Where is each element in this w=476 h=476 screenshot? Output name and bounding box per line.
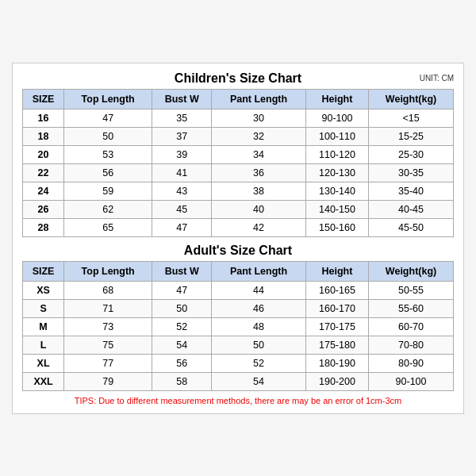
table-cell: 44 (212, 281, 306, 299)
table-cell: 40-45 (369, 200, 454, 218)
table-cell: 26 (23, 200, 64, 218)
table-cell: 45 (152, 200, 212, 218)
table-cell: 59 (64, 182, 152, 200)
col-header-height: Height (305, 89, 368, 109)
table-cell: 34 (212, 145, 306, 163)
table-cell: 16 (23, 109, 64, 127)
table-cell: 43 (152, 182, 212, 200)
table-cell: 41 (152, 163, 212, 182)
table-cell: 56 (64, 163, 152, 182)
table-row: XS684744160-16550-55 (23, 281, 454, 299)
table-cell: M (23, 317, 64, 336)
table-row: L755450175-18070-80 (23, 336, 454, 354)
adult-table: SIZE Top Length Bust W Pant Length Heigh… (22, 261, 454, 391)
table-cell: 54 (152, 336, 212, 354)
adult-title: Adult's Size Chart (184, 244, 292, 258)
col-header-weight: Weight(kg) (369, 89, 454, 109)
col-header-bust-w: Bust W (152, 89, 212, 109)
table-cell: 170-175 (305, 317, 368, 336)
adult-col-header-size: SIZE (23, 261, 64, 281)
table-cell: XS (23, 281, 64, 299)
table-cell: 52 (152, 317, 212, 336)
table-cell: 70-80 (369, 336, 454, 354)
table-cell: 71 (64, 299, 152, 317)
table-cell: 38 (212, 182, 306, 200)
table-cell: 47 (64, 109, 152, 127)
table-cell: 90-100 (369, 372, 454, 390)
table-cell: 36 (212, 163, 306, 182)
adult-col-header-pant-length: Pant Length (212, 261, 306, 281)
table-cell: L (23, 336, 64, 354)
table-cell: 77 (64, 354, 152, 372)
children-header-row: SIZE Top Length Bust W Pant Length Heigh… (23, 89, 454, 109)
children-title: Children's Size Chart (175, 71, 301, 86)
children-table: SIZE Top Length Bust W Pant Length Heigh… (22, 89, 454, 237)
table-cell: 175-180 (305, 336, 368, 354)
table-cell: 130-140 (305, 182, 368, 200)
table-row: S715046160-17055-60 (23, 299, 454, 317)
table-cell: 30-35 (369, 163, 454, 182)
table-cell: 110-120 (305, 145, 368, 163)
table-cell: 180-190 (305, 354, 368, 372)
adult-col-header-height: Height (305, 261, 368, 281)
table-row: 28654742150-16045-50 (23, 218, 454, 236)
table-cell: 100-110 (305, 127, 368, 145)
table-cell: 62 (64, 200, 152, 218)
table-cell: 120-130 (305, 163, 368, 182)
table-cell: 75 (64, 336, 152, 354)
table-cell: 47 (152, 218, 212, 236)
table-cell: 40 (212, 200, 306, 218)
children-title-row: Children's Size Chart UNIT: CM (22, 71, 454, 86)
table-cell: 50 (152, 299, 212, 317)
table-cell: 79 (64, 372, 152, 390)
table-cell: <15 (369, 109, 454, 127)
table-cell: 39 (152, 145, 212, 163)
adult-col-header-weight: Weight(kg) (369, 261, 454, 281)
table-cell: 80-90 (369, 354, 454, 372)
table-cell: XXL (23, 372, 64, 390)
table-cell: XL (23, 354, 64, 372)
table-cell: S (23, 299, 64, 317)
adult-title-row: Adult's Size Chart (22, 244, 454, 258)
table-row: 26624540140-15040-45 (23, 200, 454, 218)
adult-col-header-bust-w: Bust W (152, 261, 212, 281)
table-cell: 50 (212, 336, 306, 354)
table-cell: 18 (23, 127, 64, 145)
tips-text: TIPS: Due to different measurement metho… (22, 396, 454, 405)
table-cell: 150-160 (305, 218, 368, 236)
table-cell: 42 (212, 218, 306, 236)
table-cell: 68 (64, 281, 152, 299)
table-cell: 47 (152, 281, 212, 299)
table-cell: 24 (23, 182, 64, 200)
table-row: XL775652180-19080-90 (23, 354, 454, 372)
table-cell: 60-70 (369, 317, 454, 336)
table-cell: 160-170 (305, 299, 368, 317)
table-cell: 48 (212, 317, 306, 336)
table-cell: 28 (23, 218, 64, 236)
table-row: 18503732100-11015-25 (23, 127, 454, 145)
table-cell: 50-55 (369, 281, 454, 299)
table-cell: 46 (212, 299, 306, 317)
table-cell: 65 (64, 218, 152, 236)
table-cell: 90-100 (305, 109, 368, 127)
table-row: M735248170-17560-70 (23, 317, 454, 336)
adult-col-header-top-length: Top Length (64, 261, 152, 281)
table-cell: 52 (212, 354, 306, 372)
table-cell: 50 (64, 127, 152, 145)
col-header-top-length: Top Length (64, 89, 152, 109)
table-cell: 56 (152, 354, 212, 372)
table-cell: 30 (212, 109, 306, 127)
table-cell: 190-200 (305, 372, 368, 390)
table-cell: 160-165 (305, 281, 368, 299)
col-header-pant-length: Pant Length (212, 89, 306, 109)
adult-header-row: SIZE Top Length Bust W Pant Length Heigh… (23, 261, 454, 281)
table-cell: 37 (152, 127, 212, 145)
table-cell: 55-60 (369, 299, 454, 317)
table-cell: 73 (64, 317, 152, 336)
table-cell: 54 (212, 372, 306, 390)
table-cell: 20 (23, 145, 64, 163)
table-cell: 32 (212, 127, 306, 145)
table-cell: 25-30 (369, 145, 454, 163)
col-header-size: SIZE (23, 89, 64, 109)
table-cell: 58 (152, 372, 212, 390)
